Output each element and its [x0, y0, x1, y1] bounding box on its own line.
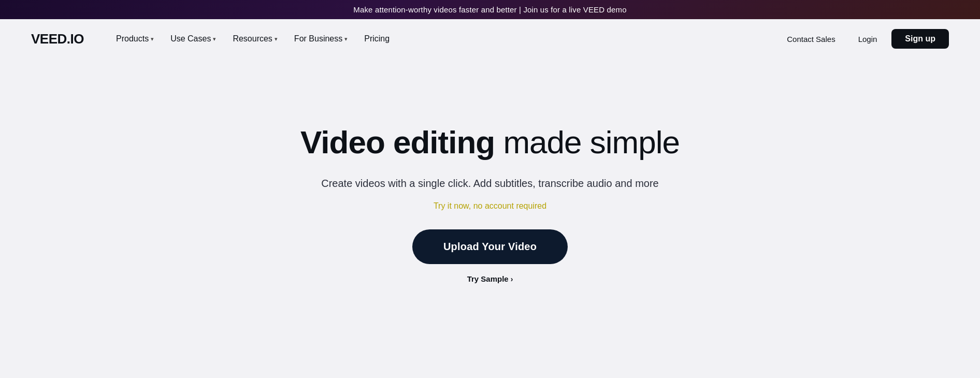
- contact-sales-button[interactable]: Contact Sales: [779, 31, 843, 48]
- banner-text: Make attention-worthy videos faster and …: [353, 5, 626, 14]
- chevron-down-icon: ▾: [275, 36, 278, 42]
- hero-try-now: Try it now, no account required: [434, 201, 546, 211]
- nav-item-use-cases[interactable]: Use Cases ▾: [163, 30, 223, 48]
- nav-item-for-business[interactable]: For Business ▾: [287, 30, 355, 48]
- logo[interactable]: VEED.IO: [31, 31, 84, 47]
- hero-subtitle: Create videos with a single click. Add s…: [321, 176, 658, 191]
- chevron-down-icon: ▾: [151, 36, 154, 42]
- hero-section: Video editing made simple Create videos …: [0, 59, 980, 338]
- try-sample-link[interactable]: Try Sample ›: [467, 274, 513, 283]
- nav-item-resources[interactable]: Resources ▾: [225, 30, 284, 48]
- main-nav: Products ▾ Use Cases ▾ Resources ▾ For B…: [109, 30, 779, 48]
- nav-item-pricing[interactable]: Pricing: [357, 30, 397, 48]
- nav-item-products[interactable]: Products ▾: [109, 30, 161, 48]
- login-button[interactable]: Login: [848, 31, 888, 48]
- signup-button[interactable]: Sign up: [891, 29, 949, 49]
- header-actions: Contact Sales Login Sign up: [779, 29, 949, 49]
- chevron-down-icon: ▾: [344, 36, 348, 42]
- hero-title-bold: Video editing: [300, 124, 495, 160]
- hero-title: Video editing made simple: [300, 124, 680, 161]
- try-sample-label: Try Sample: [467, 274, 509, 283]
- arrow-right-icon: ›: [511, 275, 513, 283]
- header: VEED.IO Products ▾ Use Cases ▾ Resources…: [0, 19, 980, 59]
- chevron-down-icon: ▾: [213, 36, 216, 42]
- top-banner: Make attention-worthy videos faster and …: [0, 0, 980, 19]
- upload-video-button[interactable]: Upload Your Video: [412, 229, 568, 264]
- hero-title-normal: made simple: [495, 124, 680, 160]
